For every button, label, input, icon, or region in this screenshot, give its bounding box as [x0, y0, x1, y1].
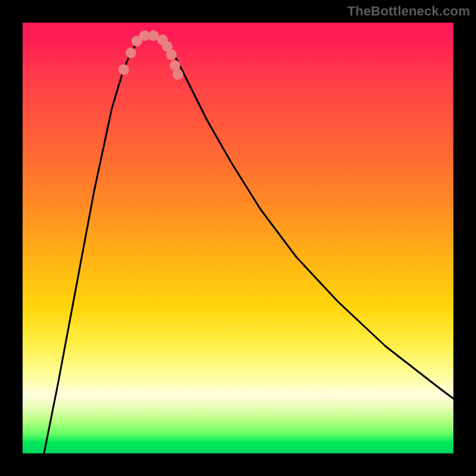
svg-point-0 — [118, 64, 129, 75]
svg-point-1 — [126, 48, 136, 58]
curve-layer — [23, 23, 453, 453]
bottleneck-curve — [44, 36, 453, 453]
svg-point-7 — [166, 49, 177, 60]
plot-area — [23, 23, 453, 453]
svg-point-9 — [173, 69, 183, 80]
watermark-text: TheBottleneck.com — [347, 4, 470, 19]
chart-frame: TheBottleneck.com — [0, 0, 476, 476]
sweet-spot-dots — [118, 30, 183, 80]
